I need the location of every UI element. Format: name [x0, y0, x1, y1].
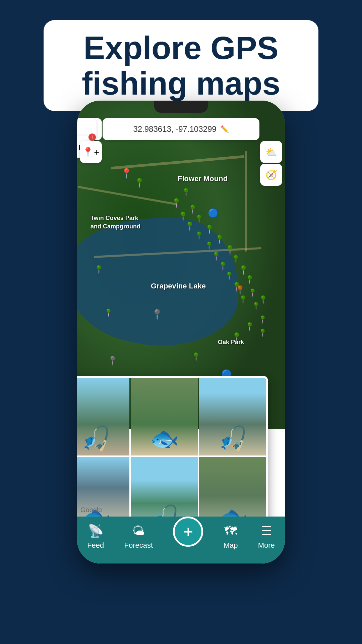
map-pin-green: 📍	[215, 235, 225, 244]
nav-more[interactable]: ☰ More	[258, 524, 275, 550]
compass-button[interactable]: 🧭	[260, 164, 282, 186]
map-pin-green: 📍	[245, 275, 255, 284]
map-pin-green: 📍	[204, 241, 214, 250]
map-icon: 🗺	[224, 524, 237, 538]
map-pin-green: 📍	[121, 168, 132, 179]
map-pin-green: 📍	[238, 265, 249, 275]
map-pin-gray: 📍	[107, 356, 118, 366]
weather-button[interactable]: ⛅	[260, 141, 282, 163]
map-pin-green: 📍	[171, 198, 182, 208]
map-pin-green: 📍	[245, 322, 255, 331]
map-pin-green: 📍	[94, 265, 104, 274]
nav-add-button[interactable]: +	[173, 517, 203, 547]
map-pin-blue: 🔵	[208, 208, 219, 218]
map-pin-green: 📍	[194, 215, 203, 223]
nav-map[interactable]: 🗺 Map	[224, 524, 238, 550]
notification-badge: !	[88, 133, 96, 141]
nav-forecast-label: Forecast	[124, 541, 153, 550]
map-pin-green: 📍	[238, 295, 248, 305]
photo-cell-3[interactable]: 🎣	[199, 378, 266, 455]
hero-title-card: Explore GPS fishing maps	[44, 20, 318, 111]
map-pin-green: 📍	[248, 288, 257, 297]
phone-mockup: Flower Mound Twin Coves Park and Campgro…	[77, 101, 285, 564]
coordinates-text: 32.983613, -97.103299	[133, 124, 216, 134]
photo-cell-1[interactable]: 🎣	[77, 378, 129, 455]
map-pin-green: 📍	[231, 255, 240, 264]
map-pin-green: 📍	[231, 332, 242, 342]
map-pin-green: 📍	[225, 245, 235, 255]
map-pin-green: 📍	[178, 211, 188, 222]
map-pin-green: 📍	[211, 252, 221, 261]
nav-forecast[interactable]: 🌤 Forecast	[124, 524, 153, 550]
map-pin-green: 📍	[184, 221, 195, 232]
hero-title-text: Explore GPS fishing maps	[64, 30, 298, 101]
feed-icon: 📡	[88, 524, 104, 538]
more-icon: ☰	[261, 524, 272, 538]
map-label-flower-mound: Flower Mound	[178, 174, 228, 183]
edit-icon[interactable]: ✏️	[221, 125, 229, 133]
nav-feed-label: Feed	[87, 541, 104, 550]
map-label-twin-coves: Twin Coves Park	[90, 215, 138, 222]
phone-notch	[154, 101, 208, 113]
map-pin-green: 📍	[134, 178, 145, 188]
map-label-grapevine: Grapevine Lake	[151, 282, 206, 290]
nav-more-label: More	[258, 541, 275, 550]
bottom-nav: 📡 Feed 🌤 Forecast + 🗺 Map ☰ More	[77, 517, 285, 564]
map-pin-green: 📍	[225, 272, 234, 280]
layers-button[interactable]: 🗂 !	[77, 118, 97, 140]
map-pin-green: 📍	[191, 352, 201, 362]
map-pin-green: 📍	[194, 231, 203, 240]
map-pin-green: 📍	[258, 295, 268, 305]
map-pin-green: 📍	[104, 309, 113, 317]
nav-feed[interactable]: 📡 Feed	[87, 524, 104, 550]
nav-map-label: Map	[224, 541, 238, 550]
map-pin-green: 📍	[258, 315, 267, 324]
map-road	[245, 151, 247, 252]
map-pin-green: 📍	[258, 329, 267, 337]
photo-cell-2[interactable]: 🐟	[131, 378, 198, 455]
photo-grid: 🎣 🐟 🎣 🐟 🎣 🐟	[77, 376, 268, 537]
map-pin-green: 📍	[204, 225, 215, 234]
map-coordinates-bar: 32.983613, -97.103299 ✏️	[103, 118, 259, 140]
map-label-twin-coves-2: and Campground	[90, 223, 140, 230]
google-attribution: Google	[80, 506, 102, 514]
map-pin-green: 📍	[218, 262, 228, 271]
forecast-icon: 🌤	[132, 524, 145, 538]
map-pin-green: 📍	[181, 188, 191, 197]
map-pin-green: 📍	[188, 205, 198, 214]
map-pin-gray: 📍	[151, 309, 163, 320]
add-waypoint-button[interactable]: 📍+	[80, 141, 102, 163]
map-pin-orange: 📍	[235, 285, 245, 296]
